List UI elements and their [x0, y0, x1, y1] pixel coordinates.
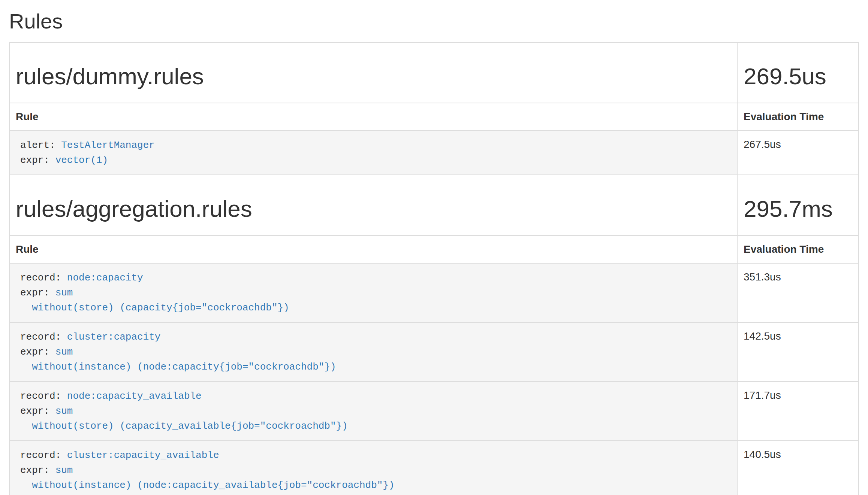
- rule-name-link[interactable]: cluster:capacity: [67, 331, 161, 343]
- rule-name-link[interactable]: node:capacity_available: [67, 391, 202, 402]
- column-header-rule: Rule: [9, 236, 737, 263]
- rule-type-label: record:: [20, 272, 61, 283]
- rule-group-header-row: rules/aggregation.rules 295.7ms: [9, 175, 859, 236]
- rule-group-file: rules/dummy.rules: [16, 64, 731, 89]
- page-title: Rules: [9, 10, 859, 33]
- rule-group-file: rules/aggregation.rules: [16, 196, 731, 222]
- rule-expr-label: expr:: [20, 406, 49, 417]
- rule-definition: record: cluster:capacity_available expr:…: [10, 441, 737, 495]
- rule-expr-label: expr:: [20, 465, 49, 476]
- rule-name-link[interactable]: cluster:capacity_available: [67, 450, 219, 461]
- rule-group-header-row: rules/dummy.rules 269.5us: [9, 42, 859, 103]
- rule-definition: record: cluster:capacity expr: sum witho…: [10, 323, 737, 381]
- rule-type-label: record:: [20, 450, 61, 461]
- rule-type-label: alert:: [20, 140, 55, 151]
- rule-type-label: record:: [20, 391, 61, 402]
- rule-expr-link[interactable]: vector(1): [55, 155, 108, 166]
- rules-page: Rules rules/dummy.rules 269.5us Rule Eva…: [0, 10, 868, 495]
- rule-definition: record: node:capacity_available expr: su…: [10, 382, 737, 440]
- column-header-evaluation-time: Evaluation Time: [737, 103, 859, 131]
- rule-group-evaluation-total: 269.5us: [744, 64, 852, 89]
- rule-expr-link[interactable]: sum without(instance) (node:capacity_ava…: [20, 465, 395, 491]
- rules-table: rules/dummy.rules 269.5us Rule Evaluatio…: [9, 42, 859, 495]
- column-header-evaluation-time: Evaluation Time: [737, 236, 859, 263]
- rule-row: record: node:capacity expr: sum without(…: [9, 263, 859, 322]
- rule-evaluation-time: 171.7us: [737, 382, 859, 441]
- rule-evaluation-time: 351.3us: [737, 263, 859, 322]
- rule-expr-label: expr:: [20, 155, 49, 166]
- rule-expr-link[interactable]: sum without(store) (capacity_available{j…: [20, 406, 348, 432]
- rule-group-evaluation-total: 295.7ms: [744, 196, 852, 222]
- rule-row: record: cluster:capacity_available expr:…: [9, 441, 859, 495]
- rule-evaluation-time: 142.5us: [737, 322, 859, 382]
- rule-evaluation-time: 267.5us: [737, 131, 859, 175]
- rule-evaluation-time: 140.5us: [737, 441, 859, 495]
- rule-expr-link[interactable]: sum without(store) (capacity{job="cockro…: [20, 287, 289, 313]
- rule-name-link[interactable]: TestAlertManager: [61, 140, 155, 151]
- rule-name-link[interactable]: node:capacity: [67, 272, 143, 283]
- rule-definition: record: node:capacity expr: sum without(…: [10, 264, 737, 322]
- rule-expr-link[interactable]: sum without(instance) (node:capacity{job…: [20, 346, 336, 373]
- columns-header-row: Rule Evaluation Time: [9, 103, 859, 131]
- rule-row: alert: TestAlertManager expr: vector(1) …: [9, 131, 859, 175]
- column-header-rule: Rule: [9, 103, 737, 131]
- rule-expr-label: expr:: [20, 346, 49, 358]
- rule-row: record: node:capacity_available expr: su…: [9, 382, 859, 441]
- rule-expr-label: expr:: [20, 287, 49, 298]
- rule-row: record: cluster:capacity expr: sum witho…: [9, 322, 859, 382]
- rule-type-label: record:: [20, 331, 61, 343]
- columns-header-row: Rule Evaluation Time: [9, 236, 859, 263]
- rule-definition: alert: TestAlertManager expr: vector(1): [10, 131, 737, 174]
